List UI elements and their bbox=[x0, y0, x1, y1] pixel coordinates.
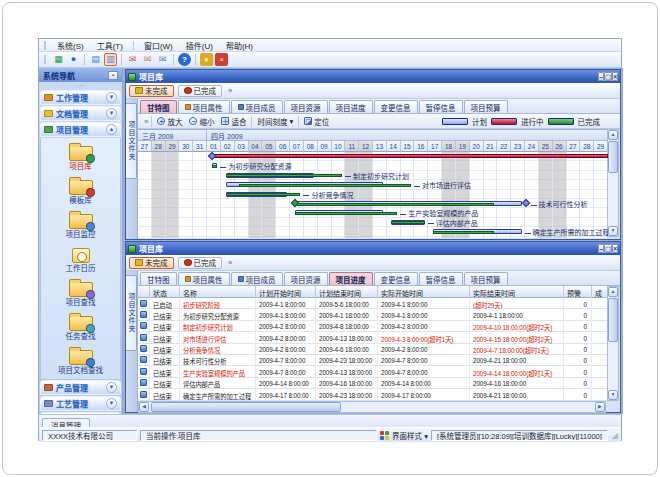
toolbar-overflow-icon[interactable]: » bbox=[228, 258, 232, 267]
mail-new-icon[interactable]: ✉ bbox=[126, 53, 139, 66]
zoom-out-button[interactable]: −缩小 bbox=[187, 116, 216, 127]
gantt-bar-done[interactable] bbox=[239, 184, 411, 187]
scroll-down-icon[interactable]: ▼ bbox=[608, 226, 618, 236]
column-header[interactable]: 计划开始时间 bbox=[256, 286, 316, 298]
sidebar-item-project-search[interactable]: 项目查找 bbox=[41, 277, 120, 311]
menu-item-system[interactable]: 系统(S) bbox=[51, 39, 90, 52]
fit-button[interactable]: ✛适合 bbox=[219, 116, 248, 127]
tab-progress[interactable]: 项目进度 bbox=[329, 272, 373, 285]
chevron-down-icon[interactable]: ▼ bbox=[106, 92, 117, 103]
gantt-bar-done[interactable] bbox=[226, 193, 301, 196]
table-vertical-scrollbar[interactable]: ▲ ▼ bbox=[607, 286, 619, 401]
gantt-scroll-thumb[interactable] bbox=[608, 141, 618, 173]
chevron-up-icon[interactable]: ▲ bbox=[106, 124, 117, 135]
scroll-up-icon[interactable]: ▲ bbox=[608, 287, 618, 297]
tab-gantt[interactable]: 甘特图 bbox=[140, 272, 177, 285]
gantt-chart-body[interactable]: 为初步研究分配资源制定初步研究计划对市场进行评估分析竞争情况技术可行性分析生产实… bbox=[138, 152, 608, 238]
tab-members[interactable]: 项目成员 bbox=[231, 100, 283, 113]
sidebar-group-project-mgmt[interactable]: 项目管理▲ bbox=[40, 122, 121, 137]
gantt-window-titlebar[interactable]: 项目库 –▢× bbox=[126, 70, 620, 83]
menu-item-help[interactable]: 帮助(H) bbox=[220, 39, 259, 52]
progress-window-titlebar[interactable]: 项目库 –▢× bbox=[126, 242, 620, 255]
zoom-in-button[interactable]: +放大 bbox=[155, 116, 184, 127]
exit-icon[interactable]: × bbox=[215, 53, 228, 66]
sidebar-item-work-calendar[interactable]: 工作日历 bbox=[41, 243, 120, 277]
sidebar-grip[interactable]: ⋯ bbox=[39, 82, 122, 90]
tab-gantt[interactable]: 甘特图 bbox=[140, 100, 177, 113]
table-row[interactable]: 已结束分析竞争情况2009-4-2 8:00:002009-4-6 18:00:… bbox=[138, 344, 608, 355]
scroll-left-icon[interactable]: ◀ bbox=[139, 402, 149, 412]
sidebar-item-template-library[interactable]: 模板库 bbox=[41, 175, 120, 209]
table-vscroll-thumb[interactable] bbox=[608, 298, 618, 342]
column-header[interactable]: 成 bbox=[592, 286, 608, 298]
menu-item-window[interactable]: 窗口(W) bbox=[138, 39, 179, 52]
gantt-bar-done[interactable] bbox=[226, 174, 342, 177]
table-hscroll-thumb[interactable] bbox=[151, 402, 341, 412]
project-folder-vertical-tab[interactable]: 项目文件夹 bbox=[126, 275, 137, 351]
table-row[interactable]: 已启动初步研究阶段2009-4-1 8:00:002009-5-6 18:00:… bbox=[138, 298, 608, 309]
tab-changes[interactable]: 变更信息 bbox=[374, 272, 418, 285]
lock-icon[interactable]: ● bbox=[200, 53, 213, 66]
interface-style-dropdown[interactable]: 界面样式 ▾ bbox=[392, 430, 428, 441]
table-row[interactable]: 已结束评估内部产品2009-4-14 8:00:002009-4-16 18:0… bbox=[138, 378, 608, 389]
column-header[interactable]: 实际开始时间 bbox=[378, 286, 470, 298]
tab-resources[interactable]: 项目资源 bbox=[284, 100, 328, 113]
tab-pause[interactable]: 暂停信息 bbox=[419, 100, 463, 113]
table-row[interactable]: 已结束对市场进行评估2009-4-2 8:00:002009-4-13 18:0… bbox=[138, 332, 608, 343]
folder-icon[interactable]: ▤ bbox=[89, 53, 102, 66]
sidebar-group-work-mgmt[interactable]: 工作管理▼ bbox=[40, 90, 121, 105]
column-header[interactable]: 计划结束时间 bbox=[316, 286, 378, 298]
sidebar-close-icon[interactable]: ▪ bbox=[108, 71, 118, 80]
tab-props[interactable]: 项目属性 bbox=[178, 272, 230, 285]
gantt-bar-summary[interactable] bbox=[212, 154, 608, 158]
tab-pause[interactable]: 暂停信息 bbox=[419, 272, 463, 285]
table-horizontal-scrollbar[interactable]: ◀ ▶ bbox=[138, 401, 606, 413]
menu-item-plugins[interactable]: 插件(U) bbox=[180, 39, 219, 52]
sidebar-group-product-mgmt[interactable]: 产品管理▼ bbox=[40, 380, 121, 395]
window-restore-button[interactable]: ▢ bbox=[604, 244, 612, 253]
sidebar-item-project-library[interactable]: 项目库 bbox=[41, 141, 120, 175]
sidebar-group-process-mgmt[interactable]: 工艺管理▼ bbox=[40, 396, 121, 411]
tab-progress[interactable]: 项目进度 bbox=[329, 100, 373, 113]
filter-uncompleted-button[interactable]: 未完成 bbox=[129, 257, 174, 269]
tab-budget[interactable]: 项目预算 bbox=[464, 272, 508, 285]
table-row[interactable]: 已结束确定生产所需的加工过程2009-4-17 8:00:002009-4-23… bbox=[138, 389, 608, 400]
resize-grip-icon[interactable]: ◢ bbox=[612, 431, 618, 440]
table-row[interactable]: 已结束为初步研究分配资源2009-4-1 8:00:002009-4-1 18:… bbox=[138, 309, 608, 320]
chevron-down-icon[interactable]: ▼ bbox=[106, 398, 117, 409]
window-close-button[interactable]: × bbox=[612, 244, 618, 253]
table-row[interactable]: 已结束制定初步研究计划2009-4-2 8:00:002009-4-8 18:0… bbox=[138, 321, 608, 332]
sidebar-item-project-monitor[interactable]: 项目监控 bbox=[41, 209, 120, 243]
gantt-bar-done[interactable] bbox=[295, 212, 398, 215]
mail-report-icon[interactable]: ✉ bbox=[141, 53, 154, 66]
timescale-dropdown[interactable]: 时间刻度▾ bbox=[255, 116, 295, 127]
project-folder-icon[interactable]: ▥ bbox=[104, 53, 117, 66]
filter-uncompleted-button[interactable]: 未完成 bbox=[129, 85, 174, 97]
table-row[interactable]: 已结束技术可行性分析2009-4-7 8:00:002009-4-23 18:0… bbox=[138, 355, 608, 366]
project-folder-vertical-tab[interactable]: 项目文件夹 bbox=[126, 103, 137, 179]
tab-changes[interactable]: 变更信息 bbox=[374, 100, 418, 113]
sidebar-group-doc-mgmt[interactable]: 文档管理▼ bbox=[40, 106, 121, 121]
menu-item-tools[interactable]: 工具(T) bbox=[91, 39, 129, 52]
gantt-bar-done[interactable] bbox=[295, 203, 494, 206]
gantt-vertical-scrollbar[interactable]: ▲ ▼ bbox=[607, 129, 619, 237]
gantt-bar-done[interactable] bbox=[391, 221, 424, 224]
toolbar-overflow-icon[interactable]: » bbox=[228, 86, 232, 95]
web-globe-icon[interactable]: ● bbox=[67, 53, 80, 66]
table-row[interactable]: 已结束生产实验室规模的产品2009-4-7 8:00:002009-4-13 1… bbox=[138, 366, 608, 377]
gantt-overflow-icon[interactable]: » bbox=[144, 117, 148, 126]
sidebar-item-task-search[interactable]: 任务查找 bbox=[41, 311, 120, 345]
scroll-right-icon[interactable]: ▶ bbox=[595, 402, 605, 412]
window-close-button[interactable]: × bbox=[612, 72, 618, 81]
column-header[interactable]: 实际结束时间 bbox=[470, 286, 564, 298]
column-header[interactable]: 状态 bbox=[150, 286, 180, 298]
tab-props[interactable]: 项目属性 bbox=[178, 100, 230, 113]
filter-completed-button[interactable]: 已完成 bbox=[178, 85, 223, 97]
scroll-up-icon[interactable]: ▲ bbox=[608, 130, 618, 140]
gantt-bar-done[interactable] bbox=[212, 165, 218, 168]
column-header[interactable]: 预警 bbox=[564, 286, 592, 298]
column-header[interactable] bbox=[138, 286, 150, 298]
filter-completed-button[interactable]: 已完成 bbox=[178, 257, 223, 269]
new-window-icon[interactable]: ▦ bbox=[52, 53, 65, 66]
column-header[interactable]: 名称 bbox=[180, 286, 256, 298]
